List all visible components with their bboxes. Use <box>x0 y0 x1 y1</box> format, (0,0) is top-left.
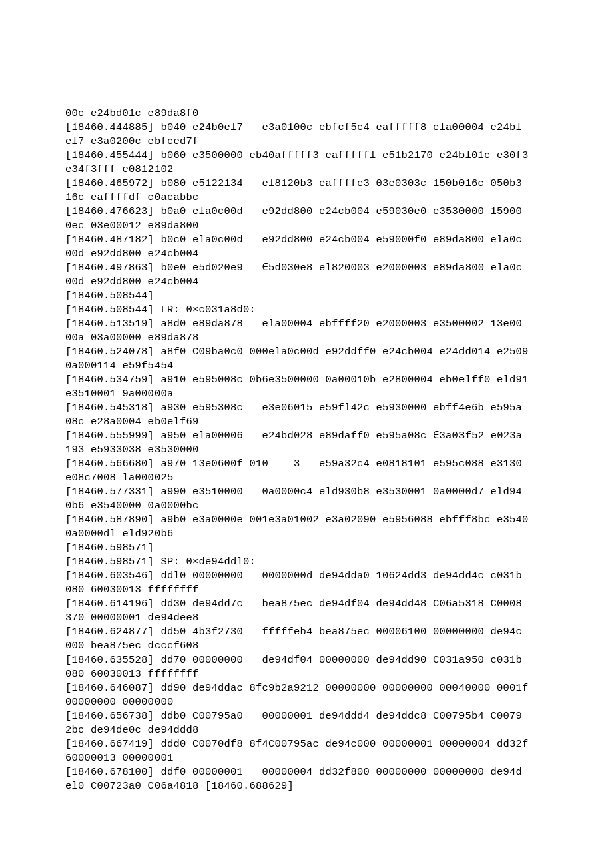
log-line: [18460.545318] a930 e595308c e3e06015 e5… <box>65 401 587 415</box>
kernel-log-dump: 00c e24bd01c e89da8f0[18460.444885] b040… <box>65 107 587 793</box>
log-line: e3510001 9a00000a <box>65 387 587 401</box>
log-line: 60000013 00000001 <box>65 751 587 765</box>
log-line: 080 60030013 ffffffff <box>65 667 587 681</box>
log-line: [18460.667419] ddd0 C0070df8 8f4C00795ac… <box>65 737 587 751</box>
log-line: 2bc de94de0c de94ddd8 <box>65 723 587 737</box>
log-line: el0 C00723a0 C06a4818 [18460.688629] <box>65 779 587 793</box>
log-line: 00a 03a00000 e89da878 <box>65 331 587 345</box>
log-line: 00d e92dd800 e24cb004 <box>65 275 587 289</box>
log-line: [18460.444885] b040 e24b0el7 e3a0100c eb… <box>65 121 587 135</box>
log-line: 16c eaffffdf c0acabbc <box>65 191 587 205</box>
log-line: [18460.566680] a970 13e0600f 010 3 e59a3… <box>65 457 587 471</box>
log-line: 0a000114 e59f5454 <box>65 359 587 373</box>
log-line: 080 60030013 ffffffff <box>65 583 587 597</box>
log-line: [18460.614196] dd30 de94dd7c bea875ec de… <box>65 597 587 611</box>
log-line: [18460.624877] dd50 4b3f2730 fffffeb4 be… <box>65 625 587 639</box>
log-line: [18460.577331] a990 e3510000 0a0000c4 el… <box>65 485 587 499</box>
log-line: 370 00000001 de94dee8 <box>65 611 587 625</box>
log-line: e08c7008 la000025 <box>65 471 587 485</box>
log-line: 0b6 e3540000 0a0000bc <box>65 499 587 513</box>
log-line: 00d e92dd800 e24cb004 <box>65 247 587 261</box>
log-line: [18460.656738] ddb0 C00795a0 00000001 de… <box>65 709 587 723</box>
log-line: el7 e3a0200c ebfced7f <box>65 135 587 149</box>
log-line: [18460.678100] ddf0 00000001 00000004 dd… <box>65 765 587 779</box>
log-line: [18460.513519] a8d0 e89da878 ela00004 eb… <box>65 317 587 331</box>
log-line: e34f3fff e0812102 <box>65 163 587 177</box>
log-line: 00c e24bd01c e89da8f0 <box>65 107 587 121</box>
log-line: [18460.524078] a8f0 C09ba0c0 000ela0c00d… <box>65 345 587 359</box>
log-line: [18460.487182] b0c0 ela0c00d e92dd800 e2… <box>65 233 587 247</box>
log-line: [18460.508544] LR: 0×c031a8d0: <box>65 303 587 317</box>
log-line: 00000000 00000000 <box>65 695 587 709</box>
log-line: [18460.603546] ddl0 00000000 0000000d de… <box>65 569 587 583</box>
log-line: 0a0000dl eld920b6 <box>65 527 587 541</box>
log-line: [18460.598571] <box>65 541 587 555</box>
log-line: [18460.587890] a9b0 e3a0000e 001e3a01002… <box>65 513 587 527</box>
log-line: 000 bea875ec dcccf608 <box>65 639 587 653</box>
log-line: 0ec 03e00012 e89da800 <box>65 219 587 233</box>
log-line: [18460.508544] <box>65 289 587 303</box>
log-line: [18460.635528] dd70 00000000 de94df04 00… <box>65 653 587 667</box>
log-line: [18460.497863] b0e0 e5d020e9 ∈5d030e8 el… <box>65 261 587 275</box>
log-line: 08c e28a0004 eb0elf69 <box>65 415 587 429</box>
log-line: [18460.476623] b0a0 ela0c00d e92dd800 e2… <box>65 205 587 219</box>
log-line: [18460.534759] a910 e595008c 0b6e3500000… <box>65 373 587 387</box>
log-line: [18460.646087] dd90 de94ddac 8fc9b2a9212… <box>65 681 587 695</box>
log-line: [18460.465972] b080 e5122134 el8120b3 ea… <box>65 177 587 191</box>
log-line: [18460.555999] a950 ela00006 e24bd028 e8… <box>65 429 587 443</box>
log-line: [18460.455444] b060 e3500000 eb40afffff3… <box>65 149 587 163</box>
log-line: [18460.598571] SP: 0×de94ddl0: <box>65 555 587 569</box>
log-line: 193 e5933038 e3530000 <box>65 443 587 457</box>
